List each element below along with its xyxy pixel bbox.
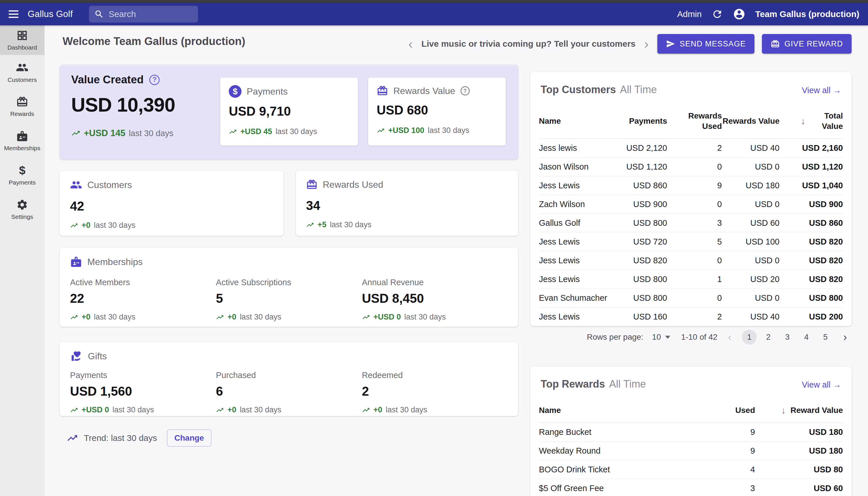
trending-up-icon <box>70 313 78 321</box>
sidebar-item-rewards[interactable]: Rewards <box>0 89 44 124</box>
table-cell: USD 820 <box>779 270 843 289</box>
table-cell: USD 200 <box>779 307 843 326</box>
table-cell: Jess Lewis <box>539 251 608 270</box>
view-all-rewards-link[interactable]: View all → <box>802 380 841 390</box>
trending-up-icon <box>362 406 370 414</box>
page-button-1[interactable]: 1 <box>742 330 757 345</box>
pagination-range: 1-10 of 42 <box>681 332 718 342</box>
table-cell: USD 180 <box>755 441 843 460</box>
help-icon[interactable]: ? <box>461 86 470 95</box>
trending-up-icon <box>216 313 224 321</box>
table-pagination: Rows per page: 10 1-10 of 42 ‹ 1 2 3 4 5… <box>530 326 852 348</box>
rows-per-page-value: 10 <box>652 332 661 342</box>
rewards-used-title: Rewards Used <box>323 180 383 190</box>
refresh-button[interactable] <box>711 9 723 20</box>
dashboard-icon <box>16 29 28 42</box>
customers-icon <box>70 179 82 191</box>
sidebar-item-dashboard[interactable]: Dashboard <box>0 25 44 55</box>
table-header-row: Name Payments Rewards Used Rewards Value… <box>539 104 843 139</box>
col-header-payments[interactable]: Payments <box>608 104 667 139</box>
table-cell: USD 800 <box>608 214 667 232</box>
payments-summary-card: $ Payments USD 9,710 +USD 45 last 30 day… <box>220 78 358 145</box>
col-header-name[interactable]: Name <box>539 104 608 139</box>
table-cell: USD 100 <box>722 232 779 251</box>
table-cell: Jess lewis <box>539 139 608 157</box>
sidebar-item-settings[interactable]: Settings <box>0 192 44 227</box>
change-trend-button[interactable]: Change <box>167 429 211 447</box>
table-cell: 0 <box>667 251 722 270</box>
customers-count: 42 <box>70 199 273 213</box>
table-cell: 1 <box>667 270 722 289</box>
page-button-3[interactable]: 3 <box>780 330 795 345</box>
send-message-button[interactable]: SEND MESSAGE <box>657 34 754 53</box>
trend-value: +USD 0 <box>82 405 109 414</box>
col-header-used[interactable]: Used <box>683 398 755 423</box>
trend-value: +0 <box>373 405 382 414</box>
top-rewards-card: Top Rewards All Time View all → Name Use… <box>530 367 852 496</box>
table-cell: BOGO Drink Ticket <box>539 460 683 479</box>
rewards-value-title: Rewards Value <box>393 86 455 96</box>
col-header-name[interactable]: Name <box>539 398 683 423</box>
customers-title: Customers <box>87 180 132 190</box>
table-row: Jess LewisUSD 8609USD 180USD 1,040 <box>539 176 843 195</box>
customers-card: Customers 42 +0 last 30 days <box>60 171 284 236</box>
sidebar-item-customers[interactable]: Customers <box>0 55 44 89</box>
page-button-2[interactable]: 2 <box>761 330 776 345</box>
table-cell: USD 720 <box>608 232 667 251</box>
pagination-prev-icon[interactable]: ‹ <box>726 331 734 343</box>
help-icon[interactable]: ? <box>149 75 160 85</box>
col-header-reward-value[interactable]: ↓ Reward Value <box>755 398 843 423</box>
trend-value: +5 <box>318 220 326 229</box>
table-row: $5 Off Green Fee3USD 60 <box>539 479 843 496</box>
page-button-5[interactable]: 5 <box>818 330 833 345</box>
give-reward-button[interactable]: GIVE REWARD <box>762 34 852 53</box>
table-row: Jess LewisUSD 1602USD 40USD 200 <box>539 307 843 326</box>
col-header-rewards-used[interactable]: Rewards Used <box>667 104 722 139</box>
table-cell: USD 900 <box>608 195 667 214</box>
table-cell: USD 1,040 <box>779 176 843 195</box>
sidebar-label: Settings <box>11 213 33 220</box>
table-cell: USD 60 <box>722 214 779 232</box>
tables-column: Top Customers All Time View all → Name P… <box>530 72 852 496</box>
page-button-4[interactable]: 4 <box>799 330 814 345</box>
top-customers-card: Top Customers All Time View all → Name P… <box>530 72 852 326</box>
table-cell: USD 820 <box>779 232 843 251</box>
pagination-next-icon[interactable]: › <box>841 331 849 343</box>
top-rewards-subtitle: All Time <box>609 378 646 390</box>
sidebar-label: Rewards <box>10 110 34 118</box>
banner-prev-icon[interactable]: ‹ <box>407 38 414 50</box>
banner-next-icon[interactable]: › <box>643 38 649 50</box>
send-message-label: SEND MESSAGE <box>680 40 746 48</box>
trend-value: +USD 145 <box>84 128 125 138</box>
search-box[interactable] <box>89 6 198 22</box>
top-customers-subtitle: All Time <box>620 83 657 96</box>
trending-up-icon <box>71 129 80 138</box>
sidebar-item-payments[interactable]: $ Payments <box>0 158 44 192</box>
search-input[interactable] <box>109 9 193 19</box>
view-all-customers-link[interactable]: View all → <box>802 86 841 95</box>
gift-icon <box>771 39 780 48</box>
table-cell: 4 <box>683 460 755 479</box>
trending-up-icon <box>70 221 78 230</box>
col-header-rewards-value[interactable]: Rewards Value <box>722 104 779 139</box>
table-cell: USD 80 <box>755 460 843 479</box>
table-cell: Gallus Golf <box>539 214 608 232</box>
account-circle-icon <box>733 8 745 20</box>
trend-period: last 30 days <box>94 221 135 230</box>
admin-menu[interactable]: Admin <box>677 9 702 19</box>
menu-icon[interactable] <box>9 9 20 20</box>
memberships-card: Memberships Active Members 22 +0 last 30… <box>60 248 518 327</box>
table-cell: 3 <box>683 479 755 496</box>
table-cell: USD 0 <box>722 289 779 307</box>
account-button[interactable] <box>733 8 745 20</box>
dollar-circle-icon: $ <box>229 85 241 98</box>
team-name[interactable]: Team Gallus (production) <box>755 9 859 19</box>
col-header-total-value[interactable]: ↓ Total Value <box>779 104 843 139</box>
table-cell: USD 820 <box>779 251 843 270</box>
table-row: Jess LewisUSD 8200USD 0USD 820 <box>539 251 843 270</box>
sidebar-label: Dashboard <box>7 44 37 51</box>
rows-per-page-select[interactable]: 10 <box>652 332 670 342</box>
sidebar-item-memberships[interactable]: Memberships <box>0 124 44 158</box>
table-cell: USD 2,160 <box>779 139 843 157</box>
trending-up-icon <box>70 406 78 414</box>
